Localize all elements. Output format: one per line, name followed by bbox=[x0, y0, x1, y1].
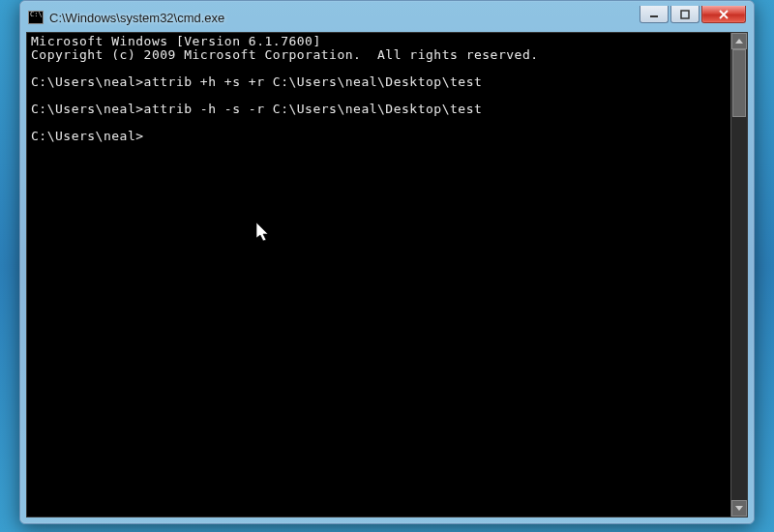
console-area[interactable]: Microsoft Windows [Version 6.1.7600]Copy… bbox=[26, 32, 748, 517]
chevron-up-icon bbox=[735, 39, 743, 44]
scroll-track[interactable] bbox=[731, 49, 747, 500]
titlebar[interactable]: C:\Windows\system32\cmd.exe bbox=[26, 7, 748, 28]
cmd-window: C:\Windows\system32\cmd.exe Microsoft Wi… bbox=[19, 0, 755, 524]
scroll-thumb[interactable] bbox=[732, 49, 746, 117]
scroll-up-button[interactable] bbox=[731, 33, 747, 49]
svg-rect-0 bbox=[650, 15, 658, 17]
output-line: C:\Users\neal>attrib -h -s -r C:\Users\n… bbox=[31, 103, 727, 116]
close-button[interactable] bbox=[701, 6, 746, 23]
minimize-button[interactable] bbox=[640, 6, 669, 23]
minimize-icon bbox=[649, 10, 659, 19]
output-line: C:\Users\neal>attrib +h +s +r C:\Users\n… bbox=[31, 75, 727, 89]
scroll-down-button[interactable] bbox=[731, 500, 747, 517]
maximize-icon bbox=[680, 10, 690, 19]
window-controls bbox=[640, 6, 746, 23]
prompt-line: C:\Users\neal> bbox=[31, 130, 727, 143]
output-line: Microsoft Windows [Version 6.1.7600] bbox=[31, 35, 727, 48]
output-blank bbox=[31, 62, 727, 75]
output-blank bbox=[31, 89, 727, 103]
chevron-down-icon bbox=[735, 506, 743, 511]
output-blank bbox=[31, 116, 727, 130]
maximize-button[interactable] bbox=[670, 6, 700, 23]
svg-rect-1 bbox=[681, 11, 689, 18]
close-icon bbox=[718, 10, 729, 19]
output-line: Copyright (c) 2009 Microsoft Corporation… bbox=[31, 48, 727, 62]
console-output[interactable]: Microsoft Windows [Version 6.1.7600]Copy… bbox=[27, 33, 730, 517]
scrollbar[interactable] bbox=[730, 33, 747, 517]
cmd-icon bbox=[28, 11, 44, 24]
window-title: C:\Windows\system32\cmd.exe bbox=[49, 11, 640, 25]
